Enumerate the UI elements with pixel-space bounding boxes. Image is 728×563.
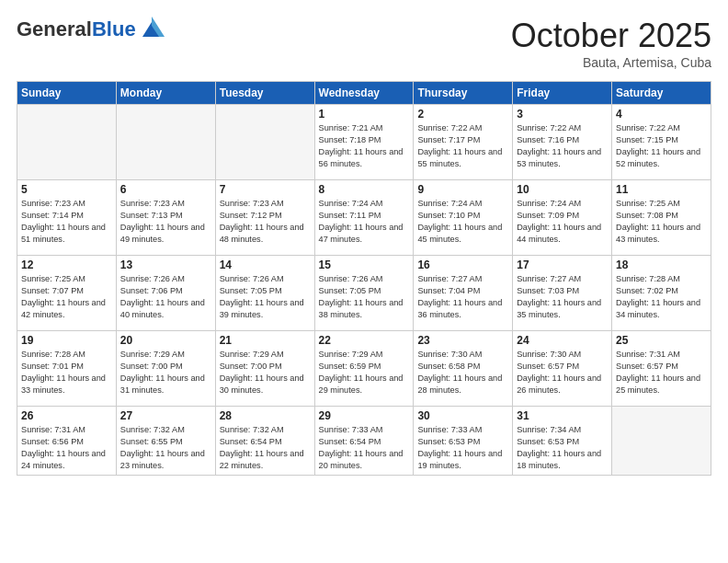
calendar-header-monday: Monday bbox=[116, 82, 215, 105]
day-info: Sunrise: 7:21 AMSunset: 7:18 PMDaylight:… bbox=[319, 122, 410, 170]
calendar-cell: 11Sunrise: 7:25 AMSunset: 7:08 PMDayligh… bbox=[612, 180, 711, 256]
calendar-week-row: 19Sunrise: 7:28 AMSunset: 7:01 PMDayligh… bbox=[17, 331, 711, 407]
calendar-header-tuesday: Tuesday bbox=[215, 82, 314, 105]
calendar-cell bbox=[17, 105, 117, 180]
day-number: 17 bbox=[517, 259, 608, 271]
calendar-cell: 12Sunrise: 7:25 AMSunset: 7:07 PMDayligh… bbox=[17, 256, 117, 331]
day-number: 26 bbox=[21, 409, 112, 422]
day-number: 15 bbox=[319, 259, 410, 271]
logo-general-text: General bbox=[17, 17, 92, 40]
day-info: Sunrise: 7:24 AMSunset: 7:09 PMDaylight:… bbox=[517, 198, 608, 246]
calendar-cell: 26Sunrise: 7:31 AMSunset: 6:56 PMDayligh… bbox=[17, 407, 117, 476]
day-number: 27 bbox=[120, 409, 211, 422]
day-number: 11 bbox=[616, 183, 707, 196]
day-info: Sunrise: 7:31 AMSunset: 6:56 PMDaylight:… bbox=[21, 424, 112, 472]
day-info: Sunrise: 7:22 AMSunset: 7:15 PMDaylight:… bbox=[616, 122, 707, 170]
day-number: 9 bbox=[417, 183, 508, 196]
day-info: Sunrise: 7:25 AMSunset: 7:07 PMDaylight:… bbox=[21, 273, 112, 321]
day-number: 14 bbox=[220, 259, 311, 271]
calendar-cell: 16Sunrise: 7:27 AMSunset: 7:04 PMDayligh… bbox=[414, 256, 513, 331]
day-info: Sunrise: 7:24 AMSunset: 7:10 PMDaylight:… bbox=[417, 198, 508, 246]
day-number: 20 bbox=[120, 334, 211, 347]
calendar-header-wednesday: Wednesday bbox=[314, 82, 414, 105]
day-info: Sunrise: 7:32 AMSunset: 6:55 PMDaylight:… bbox=[120, 424, 211, 472]
calendar-cell: 22Sunrise: 7:29 AMSunset: 6:59 PMDayligh… bbox=[314, 331, 414, 407]
calendar-cell: 21Sunrise: 7:29 AMSunset: 7:00 PMDayligh… bbox=[215, 331, 314, 407]
day-info: Sunrise: 7:26 AMSunset: 7:05 PMDaylight:… bbox=[220, 273, 311, 321]
day-number: 2 bbox=[417, 108, 508, 121]
day-info: Sunrise: 7:33 AMSunset: 6:53 PMDaylight:… bbox=[417, 424, 508, 472]
calendar-cell: 18Sunrise: 7:28 AMSunset: 7:02 PMDayligh… bbox=[612, 256, 711, 331]
calendar-week-row: 12Sunrise: 7:25 AMSunset: 7:07 PMDayligh… bbox=[17, 256, 711, 331]
page: GeneralBlue October 2025 Bauta, Artemisa… bbox=[0, 0, 728, 563]
calendar-cell: 31Sunrise: 7:34 AMSunset: 6:53 PMDayligh… bbox=[513, 407, 612, 476]
day-number: 23 bbox=[417, 334, 508, 347]
day-info: Sunrise: 7:27 AMSunset: 7:03 PMDaylight:… bbox=[517, 273, 608, 321]
calendar-cell: 10Sunrise: 7:24 AMSunset: 7:09 PMDayligh… bbox=[513, 180, 612, 256]
day-info: Sunrise: 7:27 AMSunset: 7:04 PMDaylight:… bbox=[417, 273, 508, 321]
calendar-cell: 13Sunrise: 7:26 AMSunset: 7:06 PMDayligh… bbox=[116, 256, 215, 331]
day-number: 1 bbox=[319, 108, 410, 121]
day-number: 7 bbox=[220, 183, 311, 196]
day-number: 19 bbox=[21, 334, 112, 347]
day-number: 21 bbox=[220, 334, 311, 347]
day-number: 6 bbox=[120, 183, 211, 196]
day-number: 18 bbox=[616, 259, 707, 271]
calendar-table: SundayMondayTuesdayWednesdayThursdayFrid… bbox=[17, 81, 711, 476]
day-info: Sunrise: 7:31 AMSunset: 6:57 PMDaylight:… bbox=[616, 349, 707, 396]
day-info: Sunrise: 7:34 AMSunset: 6:53 PMDaylight:… bbox=[517, 424, 608, 472]
day-info: Sunrise: 7:26 AMSunset: 7:06 PMDaylight:… bbox=[120, 273, 211, 321]
day-number: 24 bbox=[517, 334, 608, 347]
calendar-cell: 4Sunrise: 7:22 AMSunset: 7:15 PMDaylight… bbox=[612, 105, 711, 180]
calendar-cell: 2Sunrise: 7:22 AMSunset: 7:17 PMDaylight… bbox=[414, 105, 513, 180]
day-info: Sunrise: 7:29 AMSunset: 7:00 PMDaylight:… bbox=[120, 349, 211, 396]
day-number: 3 bbox=[517, 108, 608, 121]
calendar-cell: 1Sunrise: 7:21 AMSunset: 7:18 PMDaylight… bbox=[314, 105, 414, 180]
calendar-cell: 7Sunrise: 7:23 AMSunset: 7:12 PMDaylight… bbox=[215, 180, 314, 256]
day-info: Sunrise: 7:29 AMSunset: 7:00 PMDaylight:… bbox=[220, 349, 311, 396]
day-number: 13 bbox=[120, 259, 211, 271]
calendar-cell: 19Sunrise: 7:28 AMSunset: 7:01 PMDayligh… bbox=[17, 331, 117, 407]
title-block: October 2025 Bauta, Artemisa, Cuba bbox=[511, 17, 711, 70]
day-number: 12 bbox=[21, 259, 112, 271]
day-info: Sunrise: 7:23 AMSunset: 7:12 PMDaylight:… bbox=[220, 198, 311, 246]
calendar-header-sunday: Sunday bbox=[17, 82, 117, 105]
day-number: 4 bbox=[616, 108, 707, 121]
day-info: Sunrise: 7:25 AMSunset: 7:08 PMDaylight:… bbox=[616, 198, 707, 246]
calendar-cell: 8Sunrise: 7:24 AMSunset: 7:11 PMDaylight… bbox=[314, 180, 414, 256]
day-number: 8 bbox=[319, 183, 410, 196]
calendar-header-thursday: Thursday bbox=[414, 82, 513, 105]
calendar-cell bbox=[116, 105, 215, 180]
calendar-header-saturday: Saturday bbox=[612, 82, 711, 105]
location: Bauta, Artemisa, Cuba bbox=[511, 55, 711, 70]
day-info: Sunrise: 7:22 AMSunset: 7:16 PMDaylight:… bbox=[517, 122, 608, 170]
day-number: 31 bbox=[517, 409, 608, 422]
calendar-cell: 14Sunrise: 7:26 AMSunset: 7:05 PMDayligh… bbox=[215, 256, 314, 331]
day-info: Sunrise: 7:24 AMSunset: 7:11 PMDaylight:… bbox=[319, 198, 410, 246]
logo-blue-text: Blue bbox=[92, 17, 136, 40]
day-number: 10 bbox=[517, 183, 608, 196]
day-number: 5 bbox=[21, 183, 112, 196]
calendar-cell: 29Sunrise: 7:33 AMSunset: 6:54 PMDayligh… bbox=[314, 407, 414, 476]
day-number: 16 bbox=[417, 259, 508, 271]
calendar-cell: 3Sunrise: 7:22 AMSunset: 7:16 PMDaylight… bbox=[513, 105, 612, 180]
day-number: 29 bbox=[319, 409, 410, 422]
day-info: Sunrise: 7:29 AMSunset: 6:59 PMDaylight:… bbox=[319, 349, 410, 396]
logo: GeneralBlue bbox=[17, 17, 165, 42]
calendar-cell: 24Sunrise: 7:30 AMSunset: 6:57 PMDayligh… bbox=[513, 331, 612, 407]
calendar-cell bbox=[215, 105, 314, 180]
day-info: Sunrise: 7:22 AMSunset: 7:17 PMDaylight:… bbox=[417, 122, 508, 170]
day-info: Sunrise: 7:23 AMSunset: 7:13 PMDaylight:… bbox=[120, 198, 211, 246]
day-info: Sunrise: 7:32 AMSunset: 6:54 PMDaylight:… bbox=[220, 424, 311, 472]
calendar-cell: 27Sunrise: 7:32 AMSunset: 6:55 PMDayligh… bbox=[116, 407, 215, 476]
day-number: 22 bbox=[319, 334, 410, 347]
calendar-cell bbox=[612, 407, 711, 476]
calendar-cell: 6Sunrise: 7:23 AMSunset: 7:13 PMDaylight… bbox=[116, 180, 215, 256]
calendar-cell: 28Sunrise: 7:32 AMSunset: 6:54 PMDayligh… bbox=[215, 407, 314, 476]
header: GeneralBlue October 2025 Bauta, Artemisa… bbox=[17, 17, 711, 70]
day-info: Sunrise: 7:23 AMSunset: 7:14 PMDaylight:… bbox=[21, 198, 112, 246]
calendar-cell: 25Sunrise: 7:31 AMSunset: 6:57 PMDayligh… bbox=[612, 331, 711, 407]
day-info: Sunrise: 7:28 AMSunset: 7:01 PMDaylight:… bbox=[21, 349, 112, 396]
logo-icon bbox=[139, 17, 165, 42]
day-info: Sunrise: 7:33 AMSunset: 6:54 PMDaylight:… bbox=[319, 424, 410, 472]
